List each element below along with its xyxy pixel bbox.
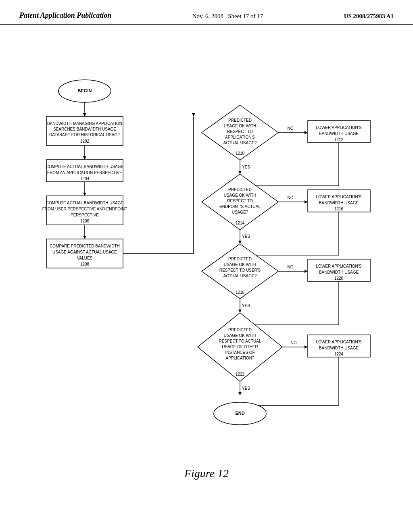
svg-text:1212: 1212 bbox=[334, 137, 344, 142]
svg-marker-40 bbox=[305, 131, 308, 134]
svg-text:USAGE OK WITH: USAGE OK WITH bbox=[224, 262, 257, 267]
svg-text:APPLICATION?: APPLICATION? bbox=[226, 356, 254, 360]
svg-text:NO: NO bbox=[291, 341, 297, 345]
svg-marker-110 bbox=[238, 392, 242, 395]
svg-text:DATABASE FOR HISTORICAL USAGE: DATABASE FOR HISTORICAL USAGE bbox=[49, 133, 120, 137]
svg-text:BANDWIDTH-MANAGING APPLICATION: BANDWIDTH-MANAGING APPLICATION bbox=[47, 121, 122, 126]
svg-text:1214: 1214 bbox=[236, 221, 245, 225]
header-patent-number: US 2008/275983 A1 bbox=[344, 11, 394, 20]
svg-text:SEARCHES BANDWIDTH USAGE: SEARCHES BANDWIDTH USAGE bbox=[53, 127, 116, 131]
svg-text:1220: 1220 bbox=[334, 276, 344, 281]
svg-marker-31 bbox=[192, 113, 195, 116]
header-date-sheet: Nov. 6, 2008 Sheet 17 of 17 bbox=[192, 11, 263, 20]
svg-text:PERSPECTIVE: PERSPECTIVE bbox=[71, 213, 99, 217]
svg-marker-100 bbox=[305, 345, 308, 349]
svg-text:1210: 1210 bbox=[236, 151, 245, 156]
svg-text:FROM AN APPLICATION PERSPECTIV: FROM AN APPLICATION PERSPECTIVE bbox=[47, 170, 122, 175]
svg-text:BEGIN: BEGIN bbox=[78, 88, 92, 93]
svg-text:COMPUTE ACTUAL BANDWIDTH USAGE: COMPUTE ACTUAL BANDWIDTH USAGE bbox=[46, 164, 124, 169]
svg-text:1204: 1204 bbox=[80, 177, 90, 181]
svg-text:BANDWIDTH USAGE: BANDWIDTH USAGE bbox=[319, 131, 359, 136]
svg-text:1218: 1218 bbox=[236, 290, 245, 295]
svg-text:1222: 1222 bbox=[236, 372, 245, 376]
svg-marker-16 bbox=[83, 193, 86, 196]
svg-text:NO: NO bbox=[288, 265, 294, 269]
svg-text:LOWER APPLICATION'S: LOWER APPLICATION'S bbox=[316, 340, 362, 344]
svg-text:BANDWIDTH USAGE: BANDWIDTH USAGE bbox=[319, 270, 359, 274]
svg-text:COMPUTE ACTUAL BANDWIDTH USAGE: COMPUTE ACTUAL BANDWIDTH USAGE bbox=[46, 201, 124, 205]
svg-text:BANDWIDTH USAGE: BANDWIDTH USAGE bbox=[319, 346, 359, 350]
svg-text:RESPECT TO: RESPECT TO bbox=[227, 199, 253, 203]
svg-text:ENDPOINT'S ACTUAL: ENDPOINT'S ACTUAL bbox=[219, 204, 261, 209]
svg-text:NO: NO bbox=[288, 126, 294, 131]
svg-text:ACTUAL USAGE?: ACTUAL USAGE? bbox=[223, 274, 257, 278]
svg-text:PREDICTED: PREDICTED bbox=[228, 187, 252, 192]
figure-caption: Figure 12 bbox=[0, 467, 413, 480]
svg-text:BANDWIDTH USAGE: BANDWIDTH USAGE bbox=[319, 201, 359, 205]
svg-text:USAGE OK WITH: USAGE OK WITH bbox=[224, 193, 257, 197]
svg-text:1216: 1216 bbox=[334, 207, 344, 211]
svg-text:NO: NO bbox=[288, 195, 294, 200]
svg-marker-23 bbox=[83, 236, 86, 239]
svg-text:YES: YES bbox=[242, 165, 250, 169]
svg-text:USAGE?: USAGE? bbox=[232, 210, 248, 214]
svg-text:USAGE OK WITH: USAGE OK WITH bbox=[224, 333, 257, 338]
svg-text:PREDICTED: PREDICTED bbox=[228, 328, 252, 332]
svg-text:RESPECT TO USER'S: RESPECT TO USER'S bbox=[219, 268, 261, 272]
svg-text:LOWER APPLICATION'S: LOWER APPLICATION'S bbox=[316, 125, 362, 130]
svg-text:LOWER APPLICATION'S: LOWER APPLICATION'S bbox=[316, 264, 362, 268]
svg-text:YES: YES bbox=[242, 234, 250, 239]
svg-text:PREDICTED: PREDICTED bbox=[228, 257, 252, 261]
svg-text:VALUES: VALUES bbox=[77, 256, 93, 260]
svg-text:1224: 1224 bbox=[334, 352, 344, 356]
svg-marker-10 bbox=[83, 156, 86, 160]
svg-marker-60 bbox=[305, 200, 308, 204]
svg-marker-89 bbox=[238, 310, 242, 313]
svg-text:ACTUAL USAGE?: ACTUAL USAGE? bbox=[223, 141, 257, 145]
svg-marker-47 bbox=[238, 171, 242, 174]
svg-text:1202: 1202 bbox=[80, 139, 90, 143]
svg-text:YES: YES bbox=[242, 303, 250, 308]
svg-text:END: END bbox=[235, 411, 244, 416]
svg-text:LOWER APPLICATION'S: LOWER APPLICATION'S bbox=[316, 195, 362, 199]
svg-text:PREDICTED: PREDICTED bbox=[228, 118, 252, 123]
svg-text:1208: 1208 bbox=[80, 262, 90, 266]
page-header: Patent Application Publication Nov. 6, 2… bbox=[0, 0, 413, 25]
svg-marker-79 bbox=[305, 270, 308, 273]
svg-marker-3 bbox=[83, 113, 86, 116]
svg-text:YES: YES bbox=[242, 386, 250, 391]
svg-text:RESPECT TO ACTUAL: RESPECT TO ACTUAL bbox=[219, 339, 261, 343]
svg-text:COMPARE PREDICTED BANDWIDTH: COMPARE PREDICTED BANDWIDTH bbox=[50, 244, 120, 248]
svg-marker-70 bbox=[238, 241, 242, 244]
diagram-area: BEGIN BANDWIDTH-MANAGING APPLICATION SEA… bbox=[0, 29, 413, 492]
svg-text:USAGE AGAINST ACTUAL USAGE: USAGE AGAINST ACTUAL USAGE bbox=[52, 250, 117, 254]
svg-text:USAGE OK WITH: USAGE OK WITH bbox=[224, 124, 257, 128]
svg-text:RESPECT TO: RESPECT TO bbox=[227, 129, 253, 134]
svg-text:USAGE OF OTHER: USAGE OF OTHER bbox=[222, 345, 258, 349]
header-title: Patent Application Publication bbox=[19, 11, 111, 20]
svg-text:APPLICATION'S: APPLICATION'S bbox=[225, 135, 255, 139]
svg-text:1206: 1206 bbox=[80, 219, 90, 223]
svg-text:INSTANCES OF: INSTANCES OF bbox=[225, 350, 254, 355]
svg-text:FROM USER PERSPECTIVE AND ENDP: FROM USER PERSPECTIVE AND ENDPOINT bbox=[42, 207, 127, 211]
